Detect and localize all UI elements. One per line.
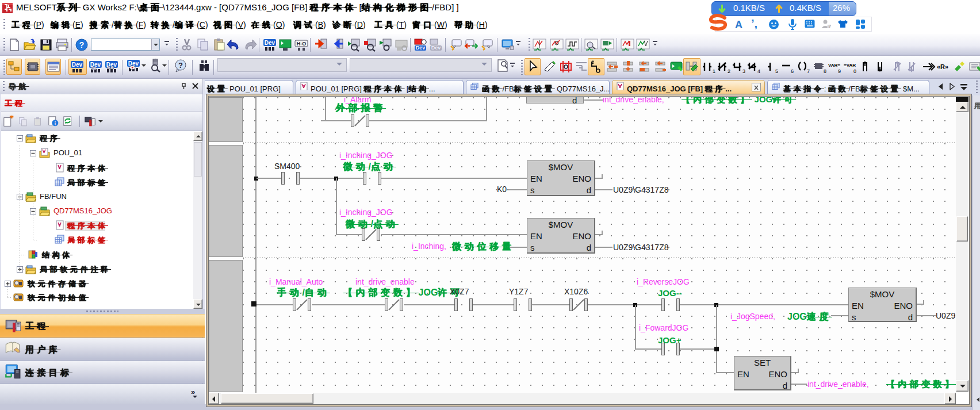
svg-text:9: 9 <box>838 68 841 74</box>
svg-text:1: 1 <box>713 68 715 74</box>
svg-text:2: 2 <box>728 68 730 74</box>
svg-text:Dev: Dev <box>72 62 83 68</box>
svg-text:Dev: Dev <box>265 40 275 46</box>
svg-text:6: 6 <box>791 68 794 74</box>
svg-text:?: ? <box>178 61 183 70</box>
svg-text:7: 7 <box>807 68 810 74</box>
svg-text:i: i <box>55 121 56 127</box>
svg-text:Dev: Dev <box>416 45 426 51</box>
svg-text:VAR=: VAR= <box>828 63 840 68</box>
svg-text:=VAR: =VAR <box>844 63 856 68</box>
svg-text:?: ? <box>79 40 85 49</box>
svg-text:«R»: «R» <box>937 63 948 70</box>
svg-text:H-O: H-O <box>297 41 307 47</box>
svg-text:7: 7 <box>829 24 831 28</box>
svg-text:0: 0 <box>853 68 856 74</box>
svg-text:8: 8 <box>824 68 826 74</box>
svg-text:5: 5 <box>775 68 778 74</box>
svg-text:4: 4 <box>757 68 760 74</box>
svg-text:3: 3 <box>742 68 745 74</box>
svg-text:Dev: Dev <box>431 45 441 51</box>
